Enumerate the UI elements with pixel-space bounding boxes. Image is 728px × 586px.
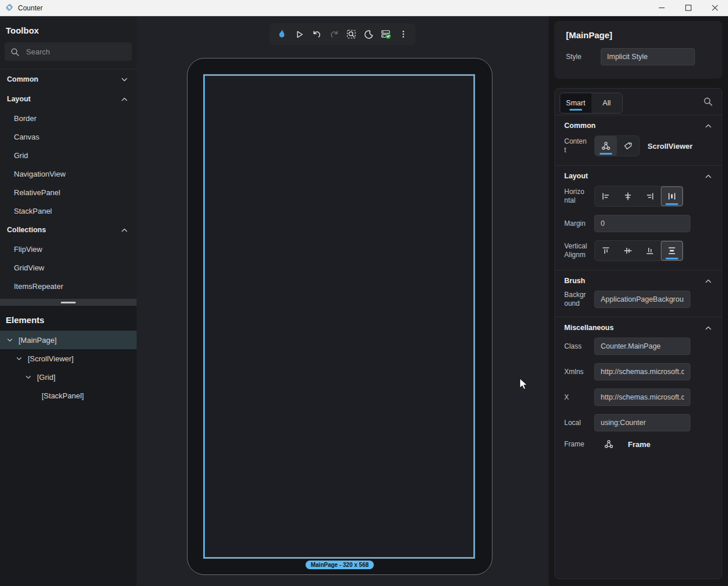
design-canvas[interactable]: MainPage - 320 x 568	[137, 16, 549, 586]
chevron-down-icon	[120, 75, 128, 83]
property-search-icon[interactable]	[703, 97, 712, 106]
local-row: Local	[555, 410, 722, 435]
chevron-up-icon	[120, 95, 128, 103]
tree-item-stackpanel[interactable]: [StackPanel]	[0, 386, 137, 405]
left-sidebar: Toolbox Common Layout Border Canvas Grid…	[0, 16, 137, 586]
theme-toggle-icon[interactable]	[360, 25, 377, 43]
toolbox-section-collections[interactable]: Collections	[0, 220, 137, 240]
style-label: Style	[566, 53, 601, 61]
content-value[interactable]: ScrollViewer	[648, 142, 693, 151]
toolbox-item-relativepanel[interactable]: RelativePanel	[0, 183, 137, 202]
maximize-button[interactable]	[675, 0, 701, 16]
splitter-grip-icon	[61, 302, 76, 303]
toolbox-item-grid[interactable]: Grid	[0, 146, 137, 164]
inspector-tabs: Smart All	[555, 89, 722, 115]
window-controls	[648, 0, 728, 16]
local-label: Local	[564, 419, 594, 427]
vertical-alignment-group	[594, 240, 683, 261]
section-miscellaneous[interactable]: Miscellaneous	[555, 317, 722, 334]
tree-item-grid[interactable]: [Grid]	[0, 368, 137, 386]
section-layout[interactable]: Layout	[555, 166, 722, 182]
align-top-button[interactable]	[595, 241, 617, 261]
panel-splitter[interactable]	[0, 299, 137, 306]
class-input[interactable]	[594, 338, 690, 355]
toolbox-item-canvas[interactable]: Canvas	[0, 127, 137, 146]
search-icon	[10, 47, 19, 56]
canvas-toolbar	[270, 23, 416, 45]
align-left-button[interactable]	[595, 186, 617, 206]
chevron-down-icon[interactable]	[6, 336, 14, 343]
property-inspector: [MainPage] Style Smart All Common Conten…	[549, 16, 728, 586]
toolbox-item-gridview[interactable]: GridView	[0, 258, 137, 277]
undo-icon[interactable]	[308, 25, 325, 43]
horizontal-alignment-row: Horizo ntal	[555, 182, 722, 211]
redo-icon[interactable]	[325, 25, 343, 43]
zoom-selection-icon[interactable]	[343, 25, 360, 43]
align-right-button[interactable]	[639, 186, 661, 206]
connection-status-icon[interactable]	[377, 25, 395, 43]
active-mode-underline	[600, 153, 612, 155]
hot-reload-icon[interactable]	[273, 25, 291, 43]
mainpage-design-surface[interactable]	[204, 75, 475, 558]
stretch-vertical-button[interactable]	[661, 241, 683, 261]
inspector-properties-card: Smart All Common Conten t ScrollViewer	[554, 88, 722, 579]
section-brush[interactable]: Brush	[555, 270, 722, 287]
toolbox-search[interactable]	[5, 42, 132, 61]
margin-input[interactable]	[594, 215, 690, 232]
elements-panel: Elements [MainPage] [ScrollViewer] [Grid…	[0, 306, 137, 586]
chevron-up-icon	[704, 122, 712, 130]
chevron-up-icon	[704, 277, 712, 285]
local-input[interactable]	[594, 414, 690, 431]
play-icon[interactable]	[291, 25, 308, 43]
align-bottom-button[interactable]	[639, 241, 661, 261]
background-label: Backgr ound	[564, 291, 594, 308]
tab-smart[interactable]: Smart	[560, 93, 591, 113]
chevron-up-icon	[120, 226, 128, 234]
align-center-horizontal-button[interactable]	[617, 186, 639, 206]
horizontal-alignment-label: Horizo ntal	[564, 188, 594, 205]
active-alignment-underline	[666, 258, 678, 259]
style-input[interactable]	[601, 48, 695, 65]
active-alignment-underline	[666, 203, 678, 205]
section-common[interactable]: Common	[555, 115, 722, 131]
toolbox-item-flipview[interactable]: FlipView	[0, 240, 137, 258]
background-input[interactable]	[594, 291, 690, 308]
close-button[interactable]	[701, 0, 728, 16]
toolbox-section-layout[interactable]: Layout	[0, 89, 137, 109]
content-tag-mode-button[interactable]	[617, 136, 639, 156]
minimize-button[interactable]	[648, 0, 675, 16]
toolbox-item-itemsrepeater[interactable]: ItemsRepeater	[0, 277, 137, 295]
more-options-icon[interactable]	[395, 25, 412, 43]
class-row: Class	[555, 334, 722, 359]
xmlns-input[interactable]	[594, 363, 690, 380]
stretch-horizontal-button[interactable]	[661, 186, 683, 206]
x-label: X	[564, 393, 594, 402]
tree-item-mainpage[interactable]: [MainPage]	[0, 331, 137, 349]
horizontal-alignment-group	[594, 186, 683, 207]
chevron-down-icon[interactable]	[24, 373, 32, 380]
toolbox-item-border[interactable]: Border	[0, 109, 137, 127]
class-label: Class	[564, 342, 594, 351]
content-property-row: Conten t ScrollViewer	[555, 131, 722, 160]
toolbox-item-stackpanel[interactable]: StackPanel	[0, 202, 137, 220]
selection-badge: MainPage - 320 x 568	[306, 561, 374, 569]
chevron-down-icon[interactable]	[15, 355, 23, 362]
content-element-mode-button[interactable]	[595, 136, 617, 156]
inspector-header-card: [MainPage] Style	[554, 21, 722, 79]
x-input[interactable]	[594, 389, 690, 406]
frame-value[interactable]: Frame	[628, 440, 650, 449]
background-row: Backgr ound	[555, 287, 722, 312]
content-mode-group	[594, 135, 639, 156]
toolbox-title: Toolbox	[0, 16, 137, 41]
toolbox-search-input[interactable]	[26, 47, 128, 56]
tree-item-scrollviewer[interactable]: [ScrollViewer]	[0, 349, 137, 368]
device-frame	[187, 58, 492, 575]
toolbox-section-common[interactable]: Common	[0, 69, 137, 89]
chevron-up-icon	[704, 172, 712, 180]
toolbox-item-navigationview[interactable]: NavigationView	[0, 164, 137, 183]
element-reference-icon	[598, 440, 620, 449]
align-center-vertical-button[interactable]	[617, 241, 639, 261]
x-row: X	[555, 384, 722, 410]
tab-all[interactable]: All	[591, 93, 623, 113]
content-label: Conten t	[564, 137, 594, 155]
